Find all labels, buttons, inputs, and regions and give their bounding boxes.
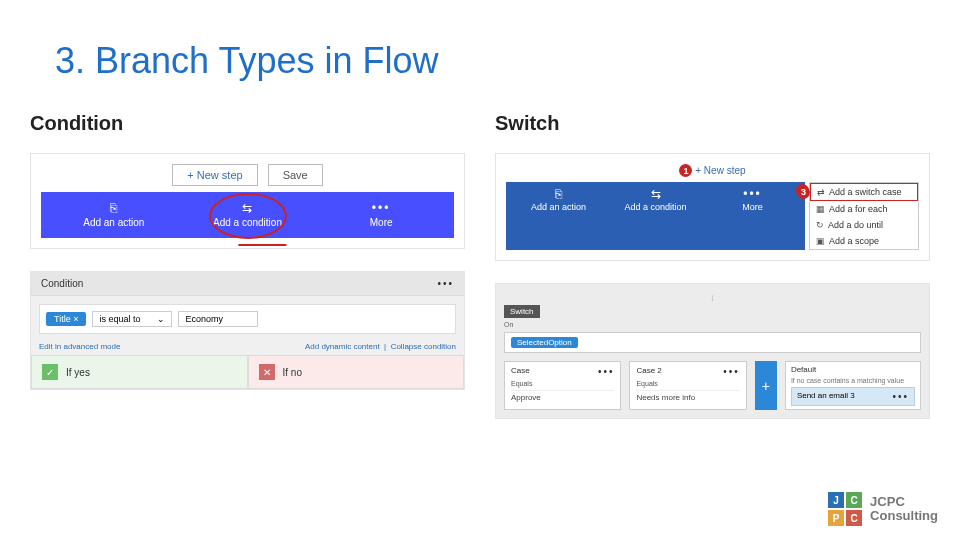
- default-action-label: Send an email 3: [797, 391, 855, 402]
- add-case-button[interactable]: +: [755, 361, 777, 410]
- value-input[interactable]: Economy: [178, 311, 258, 327]
- foreach-icon: ▦: [816, 204, 825, 214]
- action-icon: ⎘: [555, 188, 562, 200]
- condition-top-panel: + New step Save ⎘ Add an action ⇆ Add a …: [30, 153, 465, 249]
- condition-editor-header: Condition •••: [31, 272, 464, 296]
- switch-new-step-button[interactable]: + New step: [695, 165, 745, 176]
- switch-on-value: SelectedOption: [511, 337, 578, 348]
- default-case[interactable]: Default If no case contains a matching v…: [785, 361, 921, 410]
- menu-add-switch[interactable]: 3 ⇄ Add a switch case: [810, 183, 918, 201]
- new-step-button[interactable]: + New step: [172, 164, 257, 186]
- default-action-menu[interactable]: •••: [892, 391, 909, 402]
- switch-top-panel: 1 + New step ⎘ Add an action ⇆ Add a con…: [495, 153, 930, 261]
- condition-header-text: Condition: [41, 278, 83, 289]
- condition-header-menu[interactable]: •••: [437, 278, 454, 289]
- if-yes-label: If yes: [66, 367, 90, 378]
- switch-add-condition-button[interactable]: ⇆ Add a condition: [607, 188, 704, 244]
- flow-arrow-icon: ↓: [504, 292, 921, 303]
- switch-action-bar: ⎘ Add an action ⇆ Add a condition ••• Mo…: [506, 182, 805, 250]
- dynamic-content-link[interactable]: Add dynamic content: [305, 342, 380, 351]
- if-yes-branch[interactable]: ✓ If yes: [31, 355, 248, 389]
- scope-icon: ▣: [816, 236, 825, 246]
- logo-j: J: [828, 492, 844, 508]
- annotation-circle: [209, 193, 287, 239]
- menu-add-scope[interactable]: ▣ Add a scope: [810, 233, 918, 249]
- menu-add-dountil[interactable]: ↻ Add a do until: [810, 217, 918, 233]
- advanced-mode-link[interactable]: Edit in advanced mode: [39, 342, 120, 351]
- condition-editor-panel: Condition ••• Title × is equal to⌄ Econo…: [30, 271, 465, 390]
- switch-column: Switch 1 + New step ⎘ Add an action ⇆ Ad…: [495, 112, 930, 419]
- switch-on-label: On: [504, 321, 921, 328]
- collapse-link[interactable]: Collapse condition: [391, 342, 456, 351]
- condition-column: Condition + New step Save ⎘ Add an actio…: [30, 112, 465, 419]
- condition-heading: Condition: [30, 112, 465, 135]
- more-menu-dropdown: 3 ⇄ Add a switch case ▦ Add a for each ↻…: [809, 182, 919, 250]
- add-action-label: Add an action: [83, 217, 144, 228]
- switch-add-action-button[interactable]: ⎘ Add an action: [510, 188, 607, 244]
- case-2[interactable]: Case 2••• Equals Needs more info: [629, 361, 746, 410]
- badge-1: 1: [679, 164, 692, 177]
- menu-add-foreach[interactable]: ▦ Add a for each: [810, 201, 918, 217]
- switch-more-button[interactable]: ••• More 2: [704, 188, 801, 244]
- more-label: More: [370, 217, 393, 228]
- switch-cases-panel: ↓ Switch On SelectedOption Case••• Equal…: [495, 283, 930, 419]
- action-icon: ⎘: [110, 202, 117, 214]
- condition-icon: ⇆: [651, 188, 661, 200]
- case-menu-icon[interactable]: •••: [598, 366, 615, 377]
- case-1[interactable]: Case••• Equals Approve: [504, 361, 621, 410]
- more-button[interactable]: ••• More: [315, 202, 447, 228]
- annotation-line: [238, 244, 286, 246]
- if-no-label: If no: [283, 367, 302, 378]
- logo-text: JCPC Consulting: [870, 495, 938, 524]
- if-no-branch[interactable]: ✕ If no: [248, 355, 465, 389]
- logo-c2: C: [846, 510, 862, 526]
- field-pill[interactable]: Title ×: [46, 312, 86, 326]
- switch-chip: Switch: [504, 305, 540, 318]
- jcpc-logo: J C P C JCPC Consulting: [828, 492, 938, 526]
- switch-icon: ⇄: [817, 187, 825, 197]
- logo-p: P: [828, 510, 844, 526]
- switch-on-field[interactable]: SelectedOption: [504, 332, 921, 353]
- add-action-button[interactable]: ⎘ Add an action: [48, 202, 180, 228]
- switch-heading: Switch: [495, 112, 930, 135]
- two-column-layout: Condition + New step Save ⎘ Add an actio…: [0, 112, 960, 419]
- ellipsis-icon: •••: [372, 202, 391, 214]
- save-button[interactable]: Save: [268, 164, 323, 186]
- case-menu-icon[interactable]: •••: [723, 366, 740, 377]
- dountil-icon: ↻: [816, 220, 824, 230]
- ellipsis-icon: •••: [743, 188, 762, 200]
- operator-select[interactable]: is equal to⌄: [92, 311, 172, 327]
- badge-3: 3: [797, 186, 810, 199]
- slide-title: 3. Branch Types in Flow: [55, 40, 960, 82]
- logo-c1: C: [846, 492, 862, 508]
- x-icon: ✕: [259, 364, 275, 380]
- logo-mark: J C P C: [828, 492, 862, 526]
- check-icon: ✓: [42, 364, 58, 380]
- condition-action-bar: ⎘ Add an action ⇆ Add a condition ••• Mo…: [41, 192, 454, 238]
- chevron-down-icon: ⌄: [157, 314, 165, 324]
